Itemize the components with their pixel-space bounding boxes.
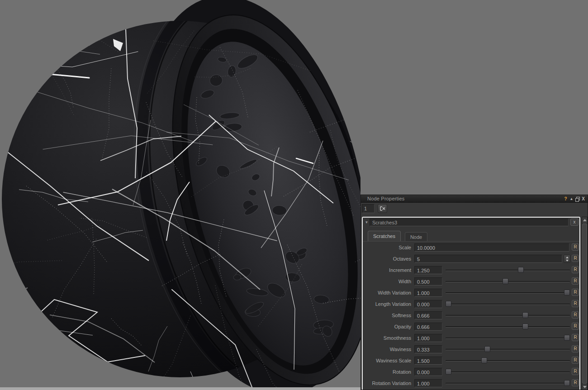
- reset-button[interactable]: R: [572, 334, 579, 341]
- scroll-down-button[interactable]: [582, 384, 587, 390]
- param-slider[interactable]: [446, 289, 570, 297]
- slider-track[interactable]: [446, 371, 570, 373]
- param-row: Width Variation1.000R: [363, 287, 579, 299]
- param-row: Octaves5R: [363, 253, 579, 265]
- param-label: Waviness: [363, 347, 411, 352]
- slider-track[interactable]: [446, 338, 570, 339]
- param-value-field[interactable]: 0.000: [414, 300, 442, 308]
- param-slider[interactable]: [446, 323, 570, 331]
- param-slider[interactable]: [446, 311, 570, 319]
- clear-list-icon: [380, 206, 385, 211]
- slider-handle[interactable]: [446, 301, 451, 307]
- slider-handle[interactable]: [503, 278, 508, 284]
- panel-scrollbar[interactable]: [582, 217, 588, 390]
- slider-track[interactable]: [446, 292, 570, 294]
- param-slider[interactable]: [446, 345, 570, 353]
- param-label: Scale: [363, 245, 411, 250]
- reset-button[interactable]: R: [572, 243, 579, 251]
- param-slider[interactable]: [446, 300, 570, 308]
- tab-bar: Scratches Node: [368, 231, 427, 241]
- slider-track[interactable]: [446, 326, 570, 328]
- param-label: Softness: [363, 313, 411, 318]
- index-input[interactable]: 1: [362, 204, 375, 213]
- param-value-field[interactable]: 1.000: [414, 289, 442, 297]
- param-value-field[interactable]: 10.0000: [414, 243, 569, 252]
- tab-node[interactable]: Node: [405, 232, 427, 241]
- param-value-field[interactable]: 1.500: [414, 357, 442, 365]
- slider-handle[interactable]: [522, 323, 528, 329]
- collapse-icon[interactable]: ▼: [364, 220, 370, 224]
- param-slider[interactable]: [446, 334, 570, 342]
- reset-button[interactable]: R: [572, 300, 579, 307]
- restore-icon[interactable]: [574, 196, 580, 202]
- param-rows: Scale10.0000ROctaves5RIncrement1.250RWid…: [363, 241, 579, 389]
- reset-button[interactable]: R: [572, 277, 579, 285]
- param-value-field[interactable]: 0.000: [414, 368, 442, 376]
- panel-toolbar: 1: [361, 203, 588, 215]
- reset-button[interactable]: R: [572, 379, 579, 386]
- spinner-up-icon[interactable]: [566, 257, 569, 258]
- group-close-button[interactable]: x: [570, 219, 579, 226]
- param-slider[interactable]: [446, 368, 570, 376]
- param-row: Rotation0.000R: [363, 366, 579, 378]
- spinner-down-icon[interactable]: [566, 260, 569, 262]
- slider-handle[interactable]: [446, 369, 451, 375]
- param-row: Waviness Scale1.500R: [363, 355, 579, 366]
- node-name-field[interactable]: Scratches3: [370, 219, 569, 226]
- reset-button[interactable]: R: [572, 368, 579, 375]
- param-slider[interactable]: [446, 277, 570, 285]
- param-row: Length Variation0.000R: [363, 299, 579, 310]
- slider-handle[interactable]: [481, 357, 487, 363]
- reset-button[interactable]: R: [572, 255, 579, 262]
- scrollbar-thumb[interactable]: [582, 224, 587, 384]
- reset-button[interactable]: R: [572, 266, 579, 273]
- slider-handle[interactable]: [518, 267, 524, 273]
- panel-title: Node Properties: [367, 196, 563, 201]
- param-value-field[interactable]: 1.000: [414, 334, 442, 342]
- close-icon[interactable]: X: [580, 196, 586, 202]
- param-row: Softness0.666R: [363, 310, 579, 321]
- slider-handle[interactable]: [564, 290, 570, 295]
- scroll-up-button[interactable]: [582, 217, 587, 223]
- param-row: Increment1.250R: [363, 265, 579, 276]
- param-value-field[interactable]: 0.666: [414, 311, 442, 319]
- param-slider[interactable]: [446, 379, 570, 387]
- param-slider[interactable]: [446, 266, 570, 274]
- tab-scratches[interactable]: Scratches: [368, 231, 401, 241]
- param-label: Width Variation: [363, 290, 411, 295]
- panel-titlebar[interactable]: Node Properties ? ▲ X: [361, 195, 588, 203]
- scratches3-group: ▼ Scratches3 x Scratches Node Scale10.00…: [362, 217, 580, 390]
- slider-track[interactable]: [446, 304, 570, 305]
- param-label: Octaves: [363, 256, 411, 262]
- slider-handle[interactable]: [522, 312, 528, 318]
- param-value-field[interactable]: 5: [414, 255, 562, 263]
- slider-track[interactable]: [446, 349, 570, 350]
- reset-button[interactable]: R: [572, 311, 579, 319]
- value-spinner[interactable]: [564, 255, 570, 263]
- application-window: Node Properties ? ▲ X 1 ▼ Scratches3 x: [0, 0, 588, 390]
- slider-handle[interactable]: [564, 380, 570, 386]
- slider-track[interactable]: [446, 315, 570, 316]
- viewport-bottom-edge: [0, 387, 360, 390]
- reset-button[interactable]: R: [572, 357, 579, 364]
- param-label: Rotation Variation: [363, 380, 411, 386]
- param-slider[interactable]: [446, 357, 570, 365]
- clear-button[interactable]: [378, 204, 387, 213]
- param-value-field[interactable]: 0.666: [414, 323, 442, 331]
- param-value-field[interactable]: 0.333: [414, 345, 442, 353]
- param-value-field[interactable]: 0.500: [414, 277, 442, 285]
- param-value-field[interactable]: 1.250: [414, 266, 442, 274]
- param-row: Width0.500R: [363, 276, 579, 287]
- pin-icon[interactable]: ▲: [569, 196, 574, 202]
- slider-track[interactable]: [446, 383, 570, 384]
- slider-track[interactable]: [446, 360, 570, 361]
- help-icon[interactable]: ?: [563, 196, 569, 202]
- reset-button[interactable]: R: [572, 289, 579, 296]
- reset-button[interactable]: R: [572, 323, 579, 330]
- slider-handle[interactable]: [484, 346, 490, 352]
- param-label: Increment: [363, 267, 411, 273]
- slider-handle[interactable]: [564, 335, 570, 341]
- slider-track[interactable]: [446, 270, 570, 271]
- param-value-field[interactable]: 1.000: [414, 379, 442, 387]
- reset-button[interactable]: R: [572, 345, 579, 352]
